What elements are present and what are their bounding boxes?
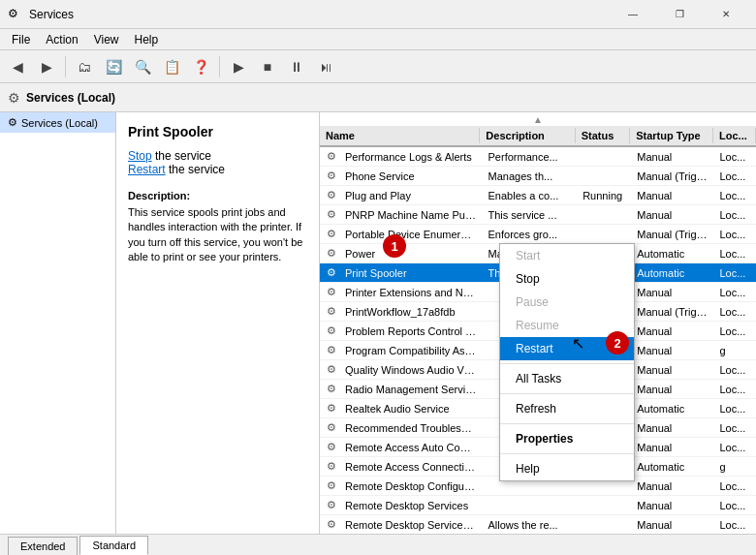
service-name: Realtek Audio Service — [339, 403, 483, 415]
context-menu-item-refresh[interactable]: Refresh — [500, 397, 634, 420]
service-logon: Loc... — [713, 384, 756, 395]
list-row[interactable]: ⚙PNRP Machine Name Publi...This service … — [320, 205, 756, 225]
service-name: Recommended Troubleshoo... — [339, 422, 483, 434]
header-status[interactable]: Status — [576, 128, 631, 143]
service-icon: ⚙ — [324, 169, 339, 184]
context-menu-item-help[interactable]: Help — [500, 457, 634, 480]
service-startup: Manual — [631, 500, 713, 511]
service-logon: Loc... — [713, 422, 756, 434]
service-icon: ⚙ — [324, 265, 339, 281]
list-row[interactable]: ⚙Remote Desktop ServicesManualLoc... — [320, 496, 756, 515]
toolbar-sep-2 — [219, 56, 220, 77]
service-icon: ⚙ — [324, 362, 339, 378]
service-logon: Loc... — [713, 287, 756, 298]
sidebar-icon: ⚙ — [8, 116, 17, 129]
service-icon: ⚙ — [324, 207, 339, 223]
badge-1: 1 — [383, 234, 406, 258]
service-startup: Manual — [631, 190, 713, 201]
header-logon[interactable]: Loc... — [713, 128, 756, 143]
context-menu-separator — [500, 423, 634, 424]
service-startup: Automatic — [631, 267, 713, 279]
sidebar-label: Services (Local) — [21, 117, 98, 129]
service-desc: Enforces gro... — [483, 229, 578, 240]
close-button[interactable]: ✕ — [704, 0, 748, 29]
service-icon: ⚙ — [324, 420, 339, 436]
toolbar-help[interactable]: ❓ — [187, 53, 214, 80]
service-desc: This service ... — [483, 209, 578, 221]
service-logon: Loc... — [713, 267, 756, 279]
service-name: Program Compatibility Assis... — [339, 345, 483, 356]
tab-standard[interactable]: Standard — [79, 536, 148, 555]
menu-help[interactable]: Help — [127, 31, 167, 48]
toolbar-play[interactable]: ▶ — [225, 53, 252, 80]
description-label: Description: — [128, 190, 307, 201]
header-name[interactable]: Name — [320, 128, 480, 143]
header-description[interactable]: Description — [480, 128, 575, 143]
services-list: ▲ Name Description Status Startup Type L… — [320, 112, 756, 534]
service-logon: Loc... — [713, 190, 756, 201]
service-icon: ⚙ — [324, 188, 339, 203]
service-startup: Automatic — [631, 248, 713, 260]
context-menu-item-properties[interactable]: Properties — [500, 427, 634, 450]
restart-link[interactable]: Restart — [128, 163, 166, 176]
toolbar-pause[interactable]: ⏸ — [283, 53, 310, 80]
app-icon: ⚙ — [8, 7, 23, 22]
sidebar-item-services-local[interactable]: ⚙ Services (Local) — [0, 112, 115, 133]
service-logon: Loc... — [713, 170, 756, 182]
context-menu-separator — [500, 363, 634, 364]
title-bar-controls: — ❐ ✕ — [611, 0, 748, 29]
toolbar-stop[interactable]: ■ — [254, 53, 281, 80]
menu-view[interactable]: View — [86, 31, 127, 48]
service-startup: Manual — [631, 480, 713, 492]
service-name: Plug and Play — [339, 190, 483, 201]
service-icon: ⚙ — [324, 285, 339, 300]
toolbar-up[interactable]: 🗂 — [71, 53, 98, 80]
service-startup: Manual (Trigg... — [631, 170, 713, 182]
service-name: Quality Windows Audio Vid... — [339, 364, 483, 376]
list-header: Name Description Status Startup Type Loc… — [320, 126, 756, 147]
service-name: Radio Management Service — [339, 384, 483, 395]
menu-action[interactable]: Action — [38, 31, 85, 48]
context-menu-separator — [500, 453, 634, 454]
service-logon: Loc... — [713, 151, 756, 163]
toolbar-export[interactable]: 📋 — [158, 53, 185, 80]
service-name: Remote Desktop Services Us... — [339, 519, 483, 531]
service-status: Running — [577, 190, 631, 201]
list-row[interactable]: ⚙Phone ServiceManages th...Manual (Trigg… — [320, 167, 756, 186]
service-startup: Manual — [631, 364, 713, 376]
tab-extended[interactable]: Extended — [8, 537, 78, 555]
tab-bar: Extended Standard — [0, 534, 756, 555]
service-startup: Manual — [631, 384, 713, 395]
restore-button[interactable]: ❐ — [657, 0, 702, 29]
toolbar: ◀ ▶ 🗂 🔄 🔍 📋 ❓ ▶ ■ ⏸ ⏯ — [0, 50, 756, 83]
service-startup: Manual — [631, 442, 713, 453]
service-logon: Loc... — [713, 442, 756, 453]
list-row[interactable]: ⚙Plug and PlayEnables a co...RunningManu… — [320, 186, 756, 205]
context-menu-item-all-tasks[interactable]: All Tasks — [500, 367, 634, 390]
service-icon: ⚙ — [324, 246, 339, 262]
scroll-up[interactable]: ▲ — [320, 112, 756, 126]
service-logon: Loc... — [713, 325, 756, 337]
toolbar-refresh[interactable]: 🔄 — [100, 53, 127, 80]
list-row[interactable]: ⚙Remote Desktop Services Us...Allows the… — [320, 515, 756, 534]
context-menu: StartStopPauseResumeRestartAll TasksRefr… — [499, 243, 635, 481]
service-startup: Automatic — [631, 403, 713, 415]
toolbar-back[interactable]: ◀ — [4, 53, 31, 80]
stop-link[interactable]: Stop — [128, 149, 152, 163]
list-row[interactable]: ⚙Performance Logs & AlertsPerformance...… — [320, 147, 756, 167]
minimize-button[interactable]: — — [611, 0, 655, 29]
toolbar-forward[interactable]: ▶ — [33, 53, 60, 80]
service-icon: ⚙ — [324, 440, 339, 455]
context-menu-item-stop[interactable]: Stop — [500, 267, 634, 291]
address-text: Services (Local) — [26, 91, 115, 105]
menu-file[interactable]: File — [4, 31, 38, 48]
service-name: Printer Extensions and Notif... — [339, 287, 483, 298]
service-icon: ⚙ — [324, 401, 339, 416]
toolbar-restart[interactable]: ⏯ — [312, 53, 339, 80]
service-name: Remote Access Auto Conne... — [339, 442, 483, 453]
header-startup[interactable]: Startup Type — [630, 128, 713, 143]
service-name: Portable Device Enumerator ... — [339, 229, 483, 240]
service-desc: Enables a co... — [483, 190, 578, 201]
toolbar-search[interactable]: 🔍 — [129, 53, 156, 80]
context-menu-item-start: Start — [500, 244, 634, 267]
